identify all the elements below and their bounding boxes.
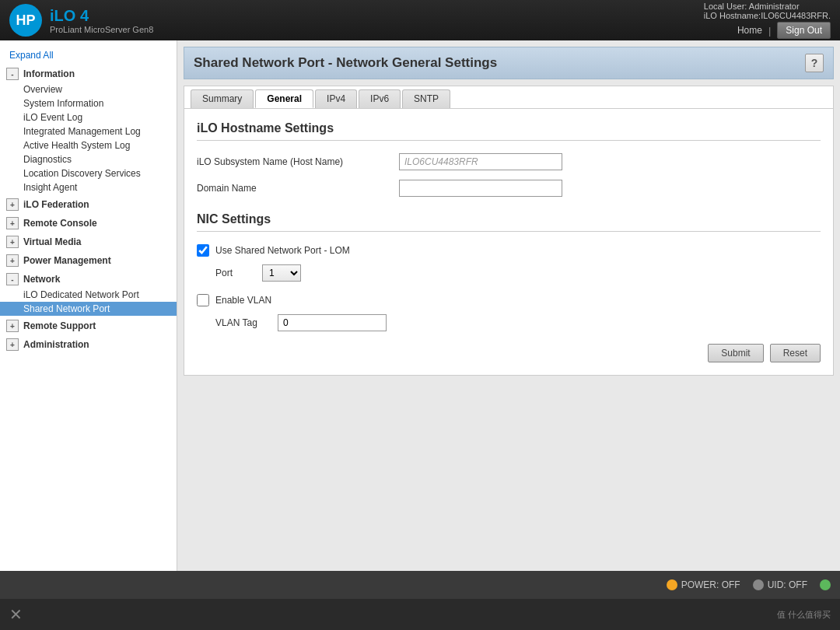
administration-toggle-icon: +: [6, 338, 19, 351]
virtual-media-toggle-icon: +: [6, 236, 19, 248]
sidebar-section-remote-support-header[interactable]: + Remote Support: [0, 317, 177, 334]
sidebar-section-virtual-media-header[interactable]: + Virtual Media: [0, 233, 177, 250]
tab-bar: Summary General IPv4 IPv6 SNTP: [184, 86, 834, 108]
bottom-bar: ✕ 值 什么值得买: [0, 599, 840, 630]
virtual-media-label: Virtual Media: [23, 236, 81, 247]
sidebar-item-diagnostics[interactable]: Diagnostics: [0, 152, 177, 166]
sidebar-section-remote-support: + Remote Support: [0, 317, 177, 334]
sidebar-section-administration: + Administration: [0, 336, 177, 353]
power-management-toggle-icon: +: [6, 254, 19, 267]
sidebar-section-remote-console-header[interactable]: + Remote Console: [0, 215, 177, 232]
uid-dot: [753, 579, 764, 590]
sidebar-section-remote-console: + Remote Console: [0, 215, 177, 232]
sidebar-item-active-health[interactable]: Active Health System Log: [0, 138, 177, 152]
sidebar-section-information: - Information Overview System Informatio…: [0, 65, 177, 194]
tab-general[interactable]: General: [255, 89, 313, 108]
close-button[interactable]: ✕: [9, 605, 23, 624]
action-buttons: Submit Reset: [197, 344, 821, 362]
submit-button[interactable]: Submit: [708, 344, 763, 362]
port-select[interactable]: 1 2 3 4: [262, 264, 301, 282]
vlan-tag-row: VLAN Tag: [215, 314, 821, 331]
expand-all-link[interactable]: Expand All: [0, 47, 177, 64]
nic-section: NIC Settings Use Shared Network Port - L…: [197, 212, 821, 331]
hp-logo: HP: [9, 4, 42, 37]
user-info: Local User: Administrator iLO Hostname:I…: [704, 2, 831, 20]
use-shared-label[interactable]: Use Shared Network Port - LOM: [215, 245, 350, 256]
power-dot: [667, 579, 677, 590]
sidebar-item-ilo-dedicated-network-port[interactable]: iLO Dedicated Network Port: [0, 288, 177, 302]
sidebar-item-location-discovery[interactable]: Location Discovery Services: [0, 166, 177, 180]
header: HP iLO 4 ProLiant MicroServer Gen8 Local…: [0, 0, 840, 40]
tab-ipv4[interactable]: IPv4: [315, 89, 357, 108]
information-label: Information: [23, 68, 75, 79]
tab-sntp[interactable]: SNTP: [402, 89, 450, 108]
sidebar-section-information-header[interactable]: - Information: [0, 65, 177, 82]
use-shared-row: Use Shared Network Port - LOM: [197, 244, 821, 257]
ilo-federation-label: iLO Federation: [23, 199, 89, 210]
ok-status: [820, 579, 831, 590]
header-nav: Home | Sign Out: [737, 22, 831, 39]
network-toggle-icon: -: [6, 273, 19, 285]
information-toggle-icon: -: [6, 68, 19, 80]
domain-name-label: Domain Name: [197, 183, 399, 194]
port-label: Port: [215, 268, 262, 278]
status-bar: POWER: OFF UID: OFF: [0, 571, 840, 599]
uid-label: UID: OFF: [768, 579, 807, 590]
network-label: Network: [23, 274, 60, 285]
sidebar-item-overview[interactable]: Overview: [0, 82, 177, 96]
port-row: Port 1 2 3 4: [215, 264, 821, 282]
subsystem-name-label: iLO Subsystem Name (Host Name): [197, 156, 399, 167]
app-model: ProLiant MicroServer Gen8: [50, 25, 153, 34]
sidebar-item-integrated-management-log[interactable]: Integrated Management Log: [0, 124, 177, 138]
sidebar-item-shared-network-port[interactable]: Shared Network Port: [0, 302, 177, 316]
power-label: POWER: OFF: [681, 579, 740, 590]
sidebar-item-ilo-event-log[interactable]: iLO Event Log: [0, 110, 177, 124]
sidebar-section-ilo-federation: + iLO Federation: [0, 196, 177, 213]
sidebar-section-power-management-header[interactable]: + Power Management: [0, 252, 177, 269]
sidebar: Expand All - Information Overview System…: [0, 40, 177, 571]
subsystem-name-group: iLO Subsystem Name (Host Name): [197, 153, 821, 170]
domain-name-input[interactable]: [399, 180, 562, 197]
header-right: Local User: Administrator iLO Hostname:I…: [704, 2, 831, 39]
content-panel: iLO Hostname Settings iLO Subsystem Name…: [184, 108, 834, 376]
subsystem-name-input[interactable]: [399, 153, 562, 170]
ok-dot: [820, 579, 831, 590]
hostname-section-title: iLO Hostname Settings: [197, 121, 821, 141]
watermark: 值 什么值得买: [777, 609, 831, 621]
uid-status: UID: OFF: [753, 579, 807, 590]
remote-support-label: Remote Support: [23, 320, 96, 331]
sidebar-section-network-header[interactable]: - Network: [0, 271, 177, 288]
content-area: Shared Network Port - Network General Se…: [177, 40, 840, 571]
sidebar-item-insight-agent[interactable]: Insight Agent: [0, 180, 177, 194]
remote-console-label: Remote Console: [23, 218, 97, 229]
tab-summary[interactable]: Summary: [191, 89, 254, 108]
sidebar-section-network: - Network iLO Dedicated Network Port Sha…: [0, 271, 177, 316]
domain-name-group: Domain Name: [197, 180, 821, 197]
help-button[interactable]: ?: [805, 54, 824, 72]
home-link[interactable]: Home: [737, 25, 762, 36]
page-title: Shared Network Port - Network General Se…: [194, 55, 497, 71]
sign-out-button[interactable]: Sign Out: [777, 22, 831, 39]
app-title: iLO 4 ProLiant MicroServer Gen8: [50, 7, 153, 34]
power-management-label: Power Management: [23, 255, 111, 266]
ilo-federation-toggle-icon: +: [6, 198, 19, 211]
vlan-tag-input[interactable]: [278, 314, 387, 331]
sidebar-section-virtual-media: + Virtual Media: [0, 233, 177, 250]
main-container: Expand All - Information Overview System…: [0, 40, 840, 571]
sidebar-section-ilo-federation-header[interactable]: + iLO Federation: [0, 196, 177, 213]
reset-button[interactable]: Reset: [770, 344, 821, 362]
nic-section-title: NIC Settings: [197, 212, 821, 232]
enable-vlan-label[interactable]: Enable VLAN: [215, 295, 271, 306]
app-name: iLO 4: [50, 7, 153, 25]
sidebar-section-administration-header[interactable]: + Administration: [0, 336, 177, 353]
sidebar-section-power-management: + Power Management: [0, 252, 177, 269]
power-status: POWER: OFF: [667, 579, 740, 590]
tab-ipv6[interactable]: IPv6: [359, 89, 401, 108]
enable-vlan-row: Enable VLAN: [197, 294, 821, 306]
remote-console-toggle-icon: +: [6, 217, 19, 229]
sidebar-item-system-information[interactable]: System Information: [0, 96, 177, 110]
use-shared-checkbox[interactable]: [197, 244, 209, 257]
vlan-tag-label: VLAN Tag: [215, 317, 278, 328]
remote-support-toggle-icon: +: [6, 320, 19, 332]
enable-vlan-checkbox[interactable]: [197, 294, 209, 306]
